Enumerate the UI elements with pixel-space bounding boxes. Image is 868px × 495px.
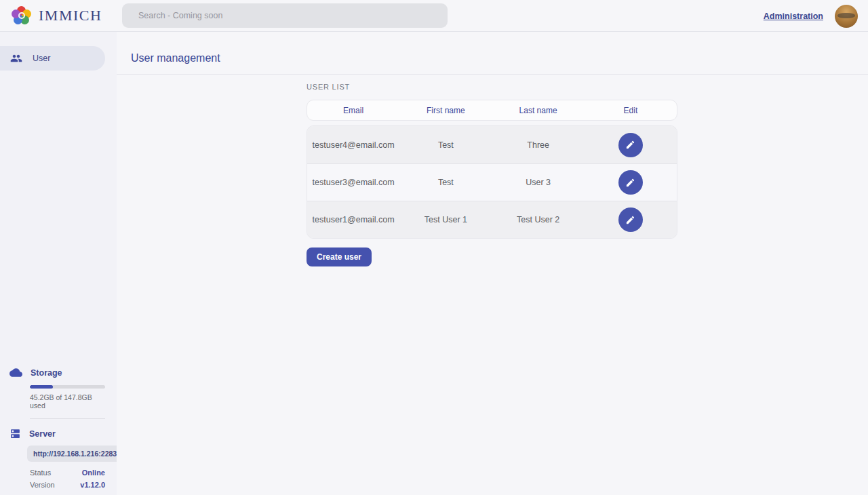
admin-sidebar: User Storage 45.2GB of 147.8GB used Serv… [0, 32, 117, 495]
administration-link[interactable]: Administration [764, 12, 823, 21]
page-title: User management [117, 32, 868, 64]
status-label: Status [30, 469, 51, 477]
sidebar-item-label: User [33, 54, 50, 63]
top-bar: IMMICH Administration [0, 0, 868, 32]
table-row: testuser1@email.com Test User 1 Test Use… [307, 201, 677, 238]
column-header-first-name: First name [399, 106, 492, 115]
title-divider [117, 74, 868, 75]
sidebar-status-panel: Storage 45.2GB of 147.8GB used Server ht… [9, 366, 105, 489]
cell-first-name: Test [399, 140, 492, 150]
immich-flower-logo-icon [12, 6, 31, 26]
cell-email: testuser3@email.com [307, 178, 399, 187]
column-header-edit: Edit [585, 106, 677, 115]
cloud-icon [9, 366, 22, 379]
create-user-button[interactable]: Create user [307, 248, 372, 266]
version-label: Version [30, 481, 55, 489]
main-content: User management USER LIST Email First na… [117, 32, 868, 495]
server-url-badge: http://192.168.1.216:2283 [27, 446, 123, 462]
server-status-row: Status Online [30, 469, 105, 477]
version-value: v1.12.0 [80, 481, 105, 489]
user-table-header: Email First name Last name Edit [307, 100, 677, 121]
app-title: IMMICH [39, 7, 102, 24]
storage-progress-bar [30, 385, 105, 389]
storage-section-header: Storage [9, 366, 105, 379]
cell-first-name: Test [399, 178, 492, 187]
edit-user-button[interactable] [618, 170, 643, 195]
cell-email: testuser1@email.com [307, 215, 399, 224]
cell-email: testuser4@email.com [307, 140, 399, 150]
server-version-row: Version v1.12.0 [30, 481, 105, 489]
dns-icon [9, 428, 21, 439]
column-header-last-name: Last name [492, 106, 585, 115]
user-avatar[interactable] [835, 5, 858, 28]
table-row: testuser3@email.com Test User 3 [307, 163, 677, 201]
cell-last-name: Test User 2 [492, 215, 585, 224]
cell-first-name: Test User 1 [399, 215, 492, 224]
storage-usage-text: 45.2GB of 147.8GB used [30, 393, 105, 410]
user-list-label: USER LIST [307, 83, 677, 91]
cell-last-name: Three [492, 140, 585, 150]
pencil-icon [625, 178, 635, 188]
column-header-email: Email [307, 106, 399, 115]
app-logo: IMMICH [0, 6, 102, 26]
server-title: Server [29, 429, 56, 439]
avatar-photo-detail [837, 13, 855, 18]
cell-last-name: User 3 [492, 178, 585, 187]
search-input[interactable] [122, 3, 448, 28]
storage-progress-fill [30, 385, 53, 389]
status-value: Online [82, 469, 105, 477]
user-table-body: testuser4@email.com Test Three testuser3… [307, 125, 677, 239]
edit-user-button[interactable] [618, 207, 643, 232]
pencil-icon [625, 140, 635, 150]
group-icon [10, 52, 22, 64]
storage-title: Storage [31, 368, 62, 378]
edit-user-button[interactable] [618, 133, 643, 157]
sidebar-divider [30, 418, 105, 419]
server-section-header: Server [9, 428, 105, 439]
sidebar-item-user[interactable]: User [0, 46, 105, 71]
table-row: testuser4@email.com Test Three [307, 126, 677, 163]
pencil-icon [625, 215, 635, 225]
